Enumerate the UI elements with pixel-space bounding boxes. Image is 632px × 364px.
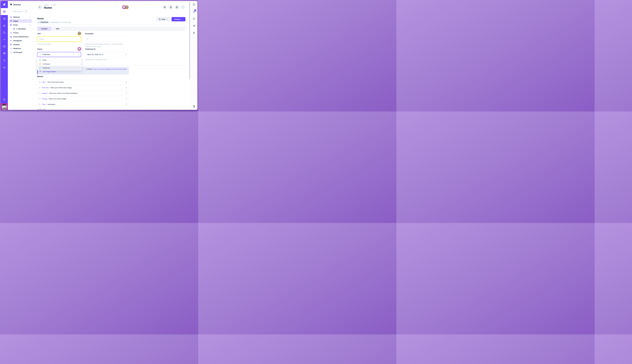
drag-handle-icon[interactable] xyxy=(39,87,41,88)
status-option-draft[interactable]: Draft xyxy=(38,58,81,62)
module-interpreter[interactable] xyxy=(1,64,8,71)
tab-content[interactable]: Content xyxy=(37,26,51,31)
field-editor-avatar-person xyxy=(78,47,81,51)
status-option-in-review[interactable]: In Review xyxy=(38,62,81,66)
block-type: Hero: xyxy=(42,81,46,83)
directus-rabbit-logo[interactable] xyxy=(1,1,8,8)
share-panel-button[interactable] xyxy=(190,22,198,29)
comments-panel-button[interactable] xyxy=(190,15,198,22)
status-badge: Published xyxy=(37,21,50,24)
scrollbar-thumb[interactable] xyxy=(189,2,190,79)
create-new-row[interactable]: Create New xyxy=(37,108,129,110)
trash-icon[interactable] xyxy=(126,87,127,88)
nav-item-redirects[interactable]: Redirects xyxy=(9,47,32,50)
drag-handle-icon[interactable] xyxy=(39,98,41,100)
documentation-link[interactable]: See our documentation to learn more abou… xyxy=(94,68,127,70)
chevron-up-icon xyxy=(77,54,79,56)
trash-icon[interactable] xyxy=(126,104,127,105)
nav-item-ai-prompts[interactable]: AI Prompts xyxy=(9,50,32,54)
save-button[interactable] xyxy=(181,5,185,10)
chevron-down-icon xyxy=(166,18,168,20)
help-button[interactable]: Help xyxy=(156,17,170,21)
current-user-avatar[interactable] xyxy=(1,103,8,110)
module-bar xyxy=(1,1,8,110)
nav-item-forms[interactable]: Forms xyxy=(9,31,32,34)
nav-item-pages[interactable]: Pages xyxy=(9,19,32,23)
block-row-pricing[interactable]: Pricing: Plans to fit every budget xyxy=(37,96,129,101)
block-row-gallery[interactable]: Gallery: Check out some of our latest te… xyxy=(37,91,129,95)
block-row-hero[interactable]: Hero: This is the bees knees xyxy=(37,80,129,84)
breadcrumb-version[interactable]: Main xyxy=(52,4,56,6)
option-label: Draft xyxy=(42,59,46,61)
nav-folder-website[interactable]: Website xyxy=(9,15,32,19)
documentation-link[interactable]: the Page Builder. xyxy=(43,71,56,72)
preview-button[interactable] xyxy=(162,5,167,10)
nav-item-form-submissions[interactable]: Form Submissions xyxy=(9,35,32,38)
actions-button[interactable]: Actions xyxy=(172,17,186,21)
pages-icon xyxy=(10,20,12,22)
create-new-label[interactable]: Create New xyxy=(37,108,46,110)
permalink-value: / xyxy=(87,38,88,40)
collaborator-avatar-person[interactable] xyxy=(122,5,126,9)
check-green-icon xyxy=(39,54,41,56)
drag-handle-icon[interactable] xyxy=(39,92,41,94)
check-green-icon xyxy=(39,67,41,69)
module-files[interactable] xyxy=(1,29,8,36)
project-header[interactable]: Directus xyxy=(8,1,33,8)
nav-item-workflow[interactable]: 1. Workflow xyxy=(9,27,32,30)
search-placeholder: Global Search xyxy=(13,10,23,12)
status-label: Status xyxy=(37,48,42,50)
module-settings[interactable] xyxy=(1,50,8,57)
module-search[interactable] xyxy=(1,57,8,64)
published-at-label: Published At xyxy=(85,48,96,50)
module-help[interactable] xyxy=(1,43,8,50)
navigation-sidebar: Directus Global Search ⌘K Website xyxy=(8,1,33,110)
drag-handle-icon[interactable] xyxy=(39,104,41,105)
tasks-panel-button[interactable] xyxy=(190,103,198,110)
info-panel-button[interactable] xyxy=(190,1,198,8)
flows-panel-button[interactable] xyxy=(190,29,198,36)
breadcrumb-collection[interactable]: Pages xyxy=(44,4,48,6)
published-meta: • Published At: 2 months ago xyxy=(50,21,71,23)
back-button[interactable] xyxy=(38,5,42,9)
nav-label: Pages xyxy=(13,20,31,22)
article-icon xyxy=(10,24,12,26)
redirect-arrow-icon xyxy=(10,47,12,50)
nav-label: Website xyxy=(13,16,28,18)
chevron-down-icon[interactable] xyxy=(29,24,31,26)
status-select[interactable]: Published xyxy=(37,52,81,57)
required-mark: * xyxy=(94,32,94,34)
module-insights[interactable] xyxy=(1,36,8,43)
trash-icon[interactable] xyxy=(126,98,127,100)
permalink-input[interactable]: / xyxy=(85,36,129,42)
module-content[interactable] xyxy=(1,8,8,15)
interpreter-icon xyxy=(3,66,6,69)
nav-item-navigation[interactable]: Navigation xyxy=(9,39,32,42)
nav-label: Redirects xyxy=(13,48,31,50)
nav-item-globals[interactable]: Globals xyxy=(9,43,32,46)
global-search-input[interactable]: Global Search ⌘K xyxy=(9,9,32,14)
changes-panel-button[interactable]: 3 xyxy=(190,8,198,15)
delete-button[interactable] xyxy=(168,5,173,10)
block-row-form[interactable]: Form: Newsletter xyxy=(37,102,129,106)
block-row-rich-text[interactable]: Rich Text: Make your entire team happy xyxy=(37,86,129,90)
check-green-icon xyxy=(38,21,40,23)
eye-icon xyxy=(164,6,166,8)
published-at-input[interactable]: April 7th, 2025 14:17 xyxy=(85,52,129,57)
drag-handle-icon[interactable] xyxy=(39,81,41,83)
trash-icon[interactable] xyxy=(126,92,127,94)
block-text: Check out some of our latest templates xyxy=(49,92,124,94)
title-input[interactable]: Home xyxy=(37,36,81,42)
tab-seo[interactable]: SEO xyxy=(51,26,64,31)
trash-icon[interactable] xyxy=(126,81,127,83)
breadcrumb[interactable]: Pages • Main xyxy=(44,4,58,6)
archive-button[interactable] xyxy=(174,5,179,10)
clear-x-icon[interactable] xyxy=(125,54,127,56)
module-visual-editor[interactable] xyxy=(1,15,8,22)
nav-item-posts[interactable]: Posts xyxy=(9,23,32,27)
notifications-bell-icon[interactable] xyxy=(1,97,8,102)
status-option-published[interactable]: Published xyxy=(38,66,81,70)
module-users[interactable] xyxy=(1,22,8,29)
nav-label: AI Prompts xyxy=(13,52,31,53)
chevron-down-icon[interactable] xyxy=(29,16,31,18)
